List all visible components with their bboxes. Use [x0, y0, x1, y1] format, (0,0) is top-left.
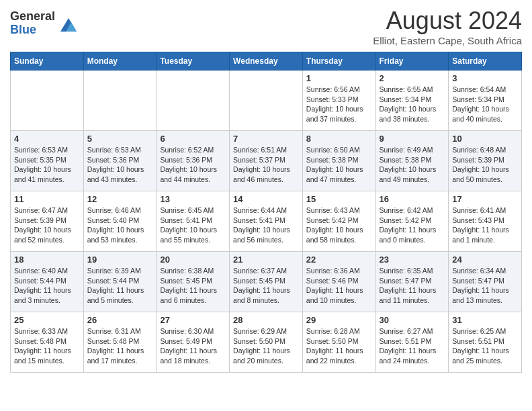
- calendar-cell: 5Sunrise: 6:53 AM Sunset: 5:36 PM Daylig…: [83, 131, 157, 191]
- day-number: 3: [452, 73, 518, 83]
- calendar-cell: 7Sunrise: 6:51 AM Sunset: 5:37 PM Daylig…: [230, 131, 303, 191]
- calendar-cell: 12Sunrise: 6:46 AM Sunset: 5:40 PM Dayli…: [83, 191, 157, 252]
- day-info: Sunrise: 6:49 AM Sunset: 5:38 PM Dayligh…: [380, 145, 445, 185]
- header-friday: Friday: [375, 52, 449, 71]
- day-number: 29: [306, 315, 372, 325]
- calendar-cell: 8Sunrise: 6:50 AM Sunset: 5:38 PM Daylig…: [302, 131, 375, 191]
- calendar-cell: [11, 71, 84, 131]
- page-subtitle: Elliot, Eastern Cape, South Africa: [373, 35, 522, 46]
- title-block: August 2024 Elliot, Eastern Cape, South …: [373, 7, 522, 46]
- day-number: 5: [87, 134, 153, 144]
- day-number: 1: [306, 73, 372, 83]
- day-number: 9: [380, 134, 445, 144]
- header-wednesday: Wednesday: [230, 52, 303, 71]
- day-info: Sunrise: 6:46 AM Sunset: 5:40 PM Dayligh…: [87, 205, 153, 245]
- calendar-cell: 31Sunrise: 6:25 AM Sunset: 5:51 PM Dayli…: [449, 312, 522, 373]
- day-info: Sunrise: 6:27 AM Sunset: 5:51 PM Dayligh…: [380, 326, 445, 366]
- calendar-cell: 13Sunrise: 6:45 AM Sunset: 5:41 PM Dayli…: [157, 191, 230, 252]
- calendar-cell: 30Sunrise: 6:27 AM Sunset: 5:51 PM Dayli…: [375, 312, 449, 373]
- page-title: August 2024: [373, 7, 522, 35]
- day-info: Sunrise: 6:25 AM Sunset: 5:51 PM Dayligh…: [452, 326, 518, 366]
- calendar-cell: 6Sunrise: 6:52 AM Sunset: 5:36 PM Daylig…: [157, 131, 230, 191]
- calendar-cell: 3Sunrise: 6:54 AM Sunset: 5:34 PM Daylig…: [449, 71, 522, 131]
- day-info: Sunrise: 6:38 AM Sunset: 5:45 PM Dayligh…: [160, 266, 226, 306]
- day-number: 11: [14, 194, 80, 204]
- day-number: 20: [160, 255, 226, 265]
- day-info: Sunrise: 6:31 AM Sunset: 5:48 PM Dayligh…: [87, 326, 153, 366]
- day-number: 8: [306, 134, 372, 144]
- day-info: Sunrise: 6:55 AM Sunset: 5:34 PM Dayligh…: [380, 85, 445, 124]
- calendar-cell: 18Sunrise: 6:40 AM Sunset: 5:44 PM Dayli…: [11, 252, 84, 312]
- calendar-cell: [157, 71, 230, 131]
- day-info: Sunrise: 6:40 AM Sunset: 5:44 PM Dayligh…: [14, 266, 80, 306]
- calendar-cell: 29Sunrise: 6:28 AM Sunset: 5:50 PM Dayli…: [302, 312, 375, 373]
- day-number: 27: [160, 315, 226, 325]
- logo-blue-text: Blue: [10, 24, 55, 37]
- day-number: 22: [306, 255, 372, 265]
- day-info: Sunrise: 6:37 AM Sunset: 5:45 PM Dayligh…: [233, 266, 299, 306]
- calendar-week-1: 1Sunrise: 6:56 AM Sunset: 5:33 PM Daylig…: [11, 71, 522, 131]
- day-number: 24: [452, 255, 518, 265]
- calendar-table: SundayMondayTuesdayWednesdayThursdayFrid…: [10, 52, 522, 373]
- calendar-cell: 4Sunrise: 6:53 AM Sunset: 5:35 PM Daylig…: [11, 131, 84, 191]
- day-number: 23: [380, 255, 445, 265]
- header-saturday: Saturday: [449, 52, 522, 71]
- calendar-header-row: SundayMondayTuesdayWednesdayThursdayFrid…: [11, 52, 522, 71]
- day-info: Sunrise: 6:54 AM Sunset: 5:34 PM Dayligh…: [452, 85, 518, 124]
- day-number: 21: [233, 255, 299, 265]
- day-number: 18: [14, 255, 80, 265]
- calendar-cell: 15Sunrise: 6:43 AM Sunset: 5:42 PM Dayli…: [302, 191, 375, 252]
- day-info: Sunrise: 6:43 AM Sunset: 5:42 PM Dayligh…: [306, 205, 372, 245]
- day-number: 14: [233, 194, 299, 204]
- day-info: Sunrise: 6:47 AM Sunset: 5:39 PM Dayligh…: [14, 205, 80, 245]
- day-number: 16: [380, 194, 445, 204]
- calendar-cell: 1Sunrise: 6:56 AM Sunset: 5:33 PM Daylig…: [302, 71, 375, 131]
- day-info: Sunrise: 6:33 AM Sunset: 5:48 PM Dayligh…: [14, 326, 80, 366]
- calendar-week-3: 11Sunrise: 6:47 AM Sunset: 5:39 PM Dayli…: [11, 191, 522, 252]
- day-number: 6: [160, 134, 226, 144]
- day-info: Sunrise: 6:50 AM Sunset: 5:38 PM Dayligh…: [306, 145, 372, 185]
- day-info: Sunrise: 6:53 AM Sunset: 5:36 PM Dayligh…: [87, 145, 153, 185]
- calendar-cell: 17Sunrise: 6:41 AM Sunset: 5:43 PM Dayli…: [449, 191, 522, 252]
- header-tuesday: Tuesday: [157, 52, 230, 71]
- day-info: Sunrise: 6:28 AM Sunset: 5:50 PM Dayligh…: [306, 326, 372, 366]
- day-info: Sunrise: 6:44 AM Sunset: 5:41 PM Dayligh…: [233, 205, 299, 245]
- day-info: Sunrise: 6:42 AM Sunset: 5:42 PM Dayligh…: [380, 205, 445, 245]
- calendar-cell: 27Sunrise: 6:30 AM Sunset: 5:49 PM Dayli…: [157, 312, 230, 373]
- logo-general-text: General: [10, 10, 55, 24]
- day-number: 4: [14, 134, 80, 144]
- calendar-cell: 22Sunrise: 6:36 AM Sunset: 5:46 PM Dayli…: [302, 252, 375, 312]
- calendar-cell: [230, 71, 303, 131]
- calendar-cell: 14Sunrise: 6:44 AM Sunset: 5:41 PM Dayli…: [230, 191, 303, 252]
- day-number: 31: [452, 315, 518, 325]
- calendar-week-2: 4Sunrise: 6:53 AM Sunset: 5:35 PM Daylig…: [11, 131, 522, 191]
- day-info: Sunrise: 6:51 AM Sunset: 5:37 PM Dayligh…: [233, 145, 299, 185]
- day-number: 15: [306, 194, 372, 204]
- day-number: 17: [452, 194, 518, 204]
- header-thursday: Thursday: [302, 52, 375, 71]
- day-info: Sunrise: 6:41 AM Sunset: 5:43 PM Dayligh…: [452, 205, 518, 245]
- calendar-cell: 10Sunrise: 6:48 AM Sunset: 5:39 PM Dayli…: [449, 131, 522, 191]
- logo: General Blue: [10, 10, 79, 37]
- day-number: 13: [160, 194, 226, 204]
- day-info: Sunrise: 6:48 AM Sunset: 5:39 PM Dayligh…: [452, 145, 518, 185]
- day-number: 10: [452, 134, 518, 144]
- page-header: General Blue August 2024 Elliot, Eastern…: [10, 7, 522, 46]
- day-info: Sunrise: 6:35 AM Sunset: 5:47 PM Dayligh…: [380, 266, 445, 306]
- day-number: 25: [14, 315, 80, 325]
- day-info: Sunrise: 6:34 AM Sunset: 5:47 PM Dayligh…: [452, 266, 518, 306]
- day-info: Sunrise: 6:45 AM Sunset: 5:41 PM Dayligh…: [160, 205, 226, 245]
- header-monday: Monday: [83, 52, 157, 71]
- calendar-week-5: 25Sunrise: 6:33 AM Sunset: 5:48 PM Dayli…: [11, 312, 522, 373]
- calendar-cell: 20Sunrise: 6:38 AM Sunset: 5:45 PM Dayli…: [157, 252, 230, 312]
- calendar-week-4: 18Sunrise: 6:40 AM Sunset: 5:44 PM Dayli…: [11, 252, 522, 312]
- day-info: Sunrise: 6:29 AM Sunset: 5:50 PM Dayligh…: [233, 326, 299, 366]
- calendar-cell: 11Sunrise: 6:47 AM Sunset: 5:39 PM Dayli…: [11, 191, 84, 252]
- calendar-cell: 2Sunrise: 6:55 AM Sunset: 5:34 PM Daylig…: [375, 71, 449, 131]
- day-info: Sunrise: 6:52 AM Sunset: 5:36 PM Dayligh…: [160, 145, 226, 185]
- calendar-cell: 19Sunrise: 6:39 AM Sunset: 5:44 PM Dayli…: [83, 252, 157, 312]
- day-number: 26: [87, 315, 153, 325]
- calendar-cell: 16Sunrise: 6:42 AM Sunset: 5:42 PM Dayli…: [375, 191, 449, 252]
- day-number: 19: [87, 255, 153, 265]
- calendar-cell: 21Sunrise: 6:37 AM Sunset: 5:45 PM Dayli…: [230, 252, 303, 312]
